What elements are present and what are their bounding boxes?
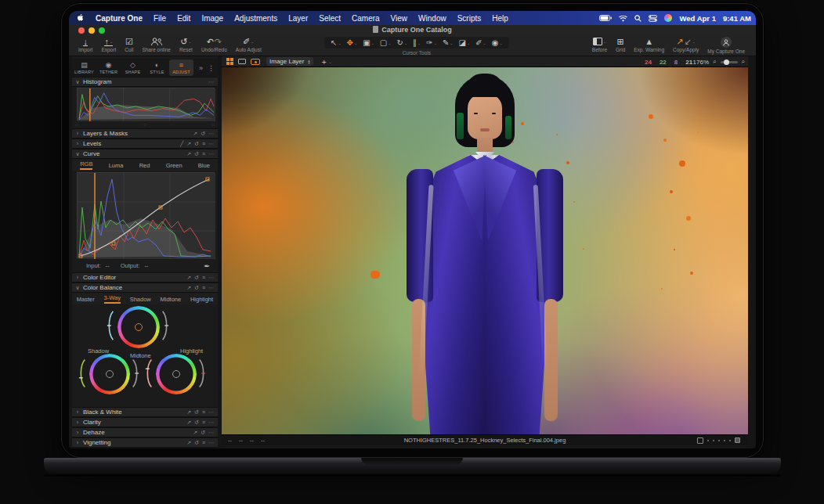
menu-item-camera[interactable]: Camera [346,14,385,23]
menu-item-scripts[interactable]: Scripts [452,14,487,23]
more-icon[interactable]: ⋯ [208,275,214,281]
panel-header-black-white[interactable]: › Black & White ↗↺≡⋯ [72,407,218,417]
color-picker-tool[interactable]: ✑⌄ [426,38,437,47]
panel-header-levels[interactable]: › Levels ╱↗↺≡⋯ [72,139,218,149]
exposure-warning-button[interactable]: ▲Exp. Warning [634,37,664,52]
zoom-slider-handle[interactable] [724,59,729,65]
crop-tool[interactable]: ▢⌄ [380,38,392,47]
menu-item-edit[interactable]: Edit [172,14,196,23]
before-after-button[interactable]: ⌄Before [592,37,607,52]
presets-icon[interactable]: ≡ [202,275,205,281]
cull-button[interactable]: ☑Cull [125,37,133,52]
menu-item-window[interactable]: Window [413,14,452,23]
more-icon[interactable]: ⋯ [208,409,214,416]
panel-header-layers-masks[interactable]: › Layers & Masks ↗↺⋯ [72,128,218,139]
tab-overflow-icon[interactable]: ⋮ [208,64,215,72]
zoom-in-icon[interactable]: ⌕ [742,58,745,66]
share-online-button[interactable]: Share online [142,37,171,52]
copy-adjustments-icon[interactable]: ↗ [186,440,191,446]
copy-adjustments-icon[interactable]: ↗ [186,419,191,426]
tab-adjust[interactable]: ≡ADJUST [169,59,193,76]
reset-panel-icon[interactable]: ↺ [194,151,199,157]
presets-icon[interactable]: ≡ [202,440,205,446]
copy-adjustments-icon[interactable]: ↗ [193,430,197,436]
zoom-slider[interactable] [721,61,738,63]
menu-item-layer[interactable]: Layer [283,14,313,23]
reset-panel-icon[interactable]: ↺ [194,141,199,147]
copy-adjustments-icon[interactable]: ↗ [186,141,191,147]
grid-button[interactable]: ⊞Grid [616,37,625,52]
presets-icon[interactable]: ≡ [202,151,205,157]
reset-panel-icon[interactable]: ↺ [201,430,205,436]
more-icon[interactable]: ⋯ [208,419,214,426]
midtone-luma-slider-left[interactable] [107,308,114,343]
single-view-icon[interactable] [238,59,246,64]
copy-adjustments-icon[interactable]: ↗ [193,131,197,137]
zoom-out-icon[interactable]: ⌕ [713,58,716,66]
copy-icon[interactable]: ↗ [676,37,683,46]
panel-header-clarity[interactable]: › Clarity ↗↺≡⋯ [72,417,218,427]
panel-header-histogram[interactable]: ∨ Histogram ⋯ [72,77,218,87]
tab-style[interactable]: ◐STYLE [145,61,169,74]
tab-library[interactable]: ▤LIBRARY [72,61,96,74]
my-capture-one-button[interactable]: My Capture One [707,37,745,54]
presets-icon[interactable]: ≡ [202,409,205,416]
highlight-wheel-point[interactable] [172,370,180,378]
cb-tab-highlight[interactable]: Highlight [190,296,213,303]
panel-header-color-balance[interactable]: ∨ Color Balance ↗↺≡⋯ [72,283,218,293]
copy-adjustments-icon[interactable]: ↗ [186,285,191,291]
rotate-tool[interactable]: ↻⌄ [397,38,408,47]
eyedropper-icon[interactable]: ✒ [204,262,218,270]
menu-item-select[interactable]: Select [313,14,346,23]
cb-tab-midtone[interactable]: Midtone [160,296,181,303]
undo-icon[interactable]: ↶ [207,37,214,46]
panel-header-color-editor[interactable]: › Color Editor ↗↺≡⋯ [72,272,218,283]
cb-tab-master[interactable]: Master [77,296,95,303]
curve-tab-red[interactable]: Red [139,162,150,169]
curve-tab-blue[interactable]: Blue [198,162,210,169]
more-icon[interactable]: ⋯ [208,151,214,157]
cb-tab-3way[interactable]: 3-Way [104,294,121,304]
wifi-icon[interactable] [619,15,627,22]
shadow-wheel-point[interactable] [106,370,114,378]
copy-adjustments-icon[interactable]: ↗ [186,275,191,281]
tab-shape[interactable]: ◇SHAPE [121,61,145,74]
apple-menu[interactable] [69,13,90,23]
copy-apply-button[interactable]: ↗↙⌄Copy/Apply [673,37,699,52]
reset-panel-icon[interactable]: ↺ [194,409,199,416]
cb-tab-shadow[interactable]: Shadow [130,296,151,303]
apply-icon[interactable]: ↙ [685,37,692,46]
more-icon[interactable]: ⋯ [208,440,214,446]
menu-time[interactable]: 9:41 AM [723,14,751,23]
undo-redo-buttons[interactable]: ↶↷Undo/Redo [201,37,227,52]
import-button[interactable]: ↓Import [78,37,92,52]
eraser-tool[interactable]: ◪⌄ [458,38,470,47]
reset-button[interactable]: ↺⌄Reset [179,37,193,52]
layer-selector[interactable]: Image Layer▲▼ [266,57,313,66]
siri-icon[interactable] [664,14,672,22]
midtone-wheel-point[interactable] [135,323,143,331]
straighten-tool[interactable]: ∥⌄ [413,38,421,47]
panel-header-dehaze[interactable]: › Dehaze ↗↺⋯ [72,427,218,437]
reset-panel-icon[interactable]: ↺ [194,275,199,281]
presets-icon[interactable]: ≡ [202,419,205,426]
menu-item-image[interactable]: Image [196,14,229,23]
spotlight-search-icon[interactable] [634,15,641,22]
tab-tether[interactable]: ◉TETHER [96,61,121,74]
midtone-sat-slider-right[interactable] [161,308,169,343]
curve-tab-rgb[interactable]: RGB [80,160,92,170]
copy-adjustments-icon[interactable]: ↗ [186,409,191,416]
more-icon[interactable]: ⋯ [208,141,214,147]
draw-mask-tool[interactable]: ✐⌄ [475,38,486,47]
expand-tabs-icon[interactable]: » [199,64,203,72]
export-button[interactable]: ↑⌄Export [101,37,116,52]
mask-visibility-icon[interactable] [251,59,260,65]
reset-panel-icon[interactable]: ↺ [201,131,205,137]
reset-panel-icon[interactable]: ↺ [194,440,199,446]
highlight-sat-slider-right[interactable] [198,356,206,391]
copy-adjustments-icon[interactable]: ↗ [186,151,191,157]
auto-adjust-button[interactable]: ✐⌄Auto Adjust [236,37,262,52]
add-layer-button[interactable]: ＋⌄ [320,56,331,67]
shadow-sat-slider-right[interactable] [132,356,139,391]
reset-panel-icon[interactable]: ↺ [194,285,199,291]
